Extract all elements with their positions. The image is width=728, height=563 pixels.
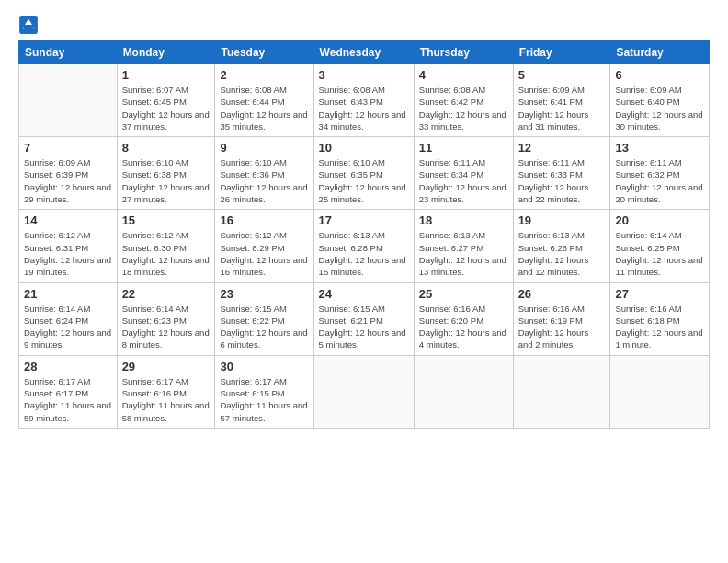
- calendar-cell: 5Sunrise: 6:09 AMSunset: 6:41 PMDaylight…: [513, 64, 610, 137]
- day-number: 25: [419, 287, 508, 301]
- calendar-cell: 8Sunrise: 6:10 AMSunset: 6:38 PMDaylight…: [117, 137, 215, 210]
- calendar-cell: 30Sunrise: 6:17 AMSunset: 6:15 PMDayligh…: [215, 355, 313, 428]
- calendar-cell: [610, 355, 710, 428]
- calendar-cell: 10Sunrise: 6:10 AMSunset: 6:35 PMDayligh…: [313, 137, 414, 210]
- day-number: 11: [419, 141, 508, 155]
- day-number: 5: [518, 68, 606, 82]
- day-number: 16: [220, 213, 308, 227]
- weekday-header-sunday: Sunday: [19, 41, 118, 64]
- day-info: Sunrise: 6:14 AMSunset: 6:23 PMDaylight:…: [122, 303, 210, 351]
- calendar-cell: 26Sunrise: 6:16 AMSunset: 6:19 PMDayligh…: [513, 282, 610, 355]
- svg-rect-2: [24, 25, 34, 29]
- day-info: Sunrise: 6:08 AMSunset: 6:44 PMDaylight:…: [220, 84, 308, 132]
- day-number: 15: [122, 213, 210, 227]
- day-number: 3: [319, 68, 409, 82]
- calendar-cell: [513, 355, 610, 428]
- day-number: 22: [122, 287, 210, 301]
- day-info: Sunrise: 6:09 AMSunset: 6:41 PMDaylight:…: [518, 84, 606, 132]
- day-info: Sunrise: 6:17 AMSunset: 6:15 PMDaylight:…: [220, 375, 308, 424]
- day-info: Sunrise: 6:14 AMSunset: 6:24 PMDaylight:…: [24, 303, 112, 351]
- day-info: Sunrise: 6:11 AMSunset: 6:32 PMDaylight:…: [615, 156, 704, 205]
- day-info: Sunrise: 6:17 AMSunset: 6:16 PMDaylight:…: [122, 375, 210, 424]
- calendar-cell: 12Sunrise: 6:11 AMSunset: 6:33 PMDayligh…: [513, 137, 610, 210]
- day-info: Sunrise: 6:14 AMSunset: 6:25 PMDaylight:…: [615, 229, 704, 278]
- day-number: 1: [122, 68, 210, 82]
- weekday-header-wednesday: Wednesday: [313, 41, 414, 64]
- day-number: 30: [220, 360, 308, 373]
- day-info: Sunrise: 6:15 AMSunset: 6:22 PMDaylight:…: [220, 303, 308, 351]
- day-number: 2: [220, 68, 308, 82]
- calendar-cell: 6Sunrise: 6:09 AMSunset: 6:40 PMDaylight…: [610, 64, 710, 137]
- day-number: 4: [419, 68, 508, 82]
- calendar-cell: 17Sunrise: 6:13 AMSunset: 6:28 PMDayligh…: [313, 210, 414, 282]
- calendar-cell: 3Sunrise: 6:08 AMSunset: 6:43 PMDaylight…: [313, 64, 414, 137]
- day-info: Sunrise: 6:08 AMSunset: 6:42 PMDaylight:…: [419, 84, 508, 132]
- calendar-cell: 22Sunrise: 6:14 AMSunset: 6:23 PMDayligh…: [117, 282, 215, 355]
- calendar-cell: 27Sunrise: 6:16 AMSunset: 6:18 PMDayligh…: [610, 282, 710, 355]
- day-info: Sunrise: 6:12 AMSunset: 6:29 PMDaylight:…: [220, 229, 308, 278]
- day-info: Sunrise: 6:11 AMSunset: 6:33 PMDaylight:…: [518, 156, 606, 205]
- calendar-cell: 4Sunrise: 6:08 AMSunset: 6:42 PMDaylight…: [414, 64, 513, 137]
- calendar-cell: 11Sunrise: 6:11 AMSunset: 6:34 PMDayligh…: [414, 137, 513, 210]
- calendar-cell: 25Sunrise: 6:16 AMSunset: 6:20 PMDayligh…: [414, 282, 513, 355]
- calendar-cell: 29Sunrise: 6:17 AMSunset: 6:16 PMDayligh…: [117, 355, 215, 428]
- day-number: 18: [419, 213, 508, 227]
- weekday-header-thursday: Thursday: [414, 41, 513, 64]
- weekday-header-friday: Friday: [513, 41, 610, 64]
- day-number: 20: [615, 213, 704, 227]
- day-number: 17: [319, 213, 409, 227]
- day-number: 21: [24, 287, 112, 301]
- day-info: Sunrise: 6:08 AMSunset: 6:43 PMDaylight:…: [319, 84, 409, 132]
- logo-icon: [18, 15, 39, 35]
- day-info: Sunrise: 6:12 AMSunset: 6:30 PMDaylight:…: [122, 229, 210, 278]
- day-info: Sunrise: 6:10 AMSunset: 6:35 PMDaylight:…: [319, 156, 409, 205]
- day-number: 9: [220, 141, 308, 155]
- day-number: 28: [24, 360, 112, 373]
- weekday-header-tuesday: Tuesday: [215, 41, 313, 64]
- day-info: Sunrise: 6:13 AMSunset: 6:26 PMDaylight:…: [518, 229, 606, 278]
- day-number: 10: [319, 141, 409, 155]
- day-info: Sunrise: 6:09 AMSunset: 6:39 PMDaylight:…: [24, 156, 112, 205]
- day-info: Sunrise: 6:13 AMSunset: 6:27 PMDaylight:…: [419, 229, 508, 278]
- day-number: 8: [122, 141, 210, 155]
- weekday-header-monday: Monday: [117, 41, 215, 64]
- day-info: Sunrise: 6:13 AMSunset: 6:28 PMDaylight:…: [319, 229, 409, 278]
- calendar-cell: 21Sunrise: 6:14 AMSunset: 6:24 PMDayligh…: [19, 282, 118, 355]
- day-number: 29: [122, 360, 210, 373]
- calendar-cell: 23Sunrise: 6:15 AMSunset: 6:22 PMDayligh…: [215, 282, 313, 355]
- day-number: 19: [518, 213, 606, 227]
- calendar-cell: 14Sunrise: 6:12 AMSunset: 6:31 PMDayligh…: [19, 210, 118, 282]
- day-info: Sunrise: 6:17 AMSunset: 6:17 PMDaylight:…: [24, 375, 112, 424]
- calendar-cell: 19Sunrise: 6:13 AMSunset: 6:26 PMDayligh…: [513, 210, 610, 282]
- day-info: Sunrise: 6:10 AMSunset: 6:36 PMDaylight:…: [220, 156, 308, 205]
- calendar-cell: [313, 355, 414, 428]
- day-info: Sunrise: 6:12 AMSunset: 6:31 PMDaylight:…: [24, 229, 112, 278]
- calendar-cell: 20Sunrise: 6:14 AMSunset: 6:25 PMDayligh…: [610, 210, 710, 282]
- calendar: SundayMondayTuesdayWednesdayThursdayFrid…: [18, 40, 710, 429]
- calendar-cell: [414, 355, 513, 428]
- calendar-cell: 2Sunrise: 6:08 AMSunset: 6:44 PMDaylight…: [215, 64, 313, 137]
- day-info: Sunrise: 6:16 AMSunset: 6:19 PMDaylight:…: [518, 303, 606, 351]
- calendar-cell: 24Sunrise: 6:15 AMSunset: 6:21 PMDayligh…: [313, 282, 414, 355]
- calendar-cell: [19, 64, 118, 137]
- calendar-cell: 9Sunrise: 6:10 AMSunset: 6:36 PMDaylight…: [215, 137, 313, 210]
- day-info: Sunrise: 6:16 AMSunset: 6:18 PMDaylight:…: [615, 303, 704, 351]
- day-number: 23: [220, 287, 308, 301]
- day-number: 27: [615, 287, 704, 301]
- day-number: 13: [615, 141, 704, 155]
- day-number: 6: [615, 68, 704, 82]
- day-info: Sunrise: 6:15 AMSunset: 6:21 PMDaylight:…: [319, 303, 409, 351]
- day-info: Sunrise: 6:16 AMSunset: 6:20 PMDaylight:…: [419, 303, 508, 351]
- day-info: Sunrise: 6:11 AMSunset: 6:34 PMDaylight:…: [419, 156, 508, 205]
- day-number: 7: [24, 141, 112, 155]
- day-number: 14: [24, 213, 112, 227]
- day-info: Sunrise: 6:10 AMSunset: 6:38 PMDaylight:…: [122, 156, 210, 205]
- calendar-cell: 15Sunrise: 6:12 AMSunset: 6:30 PMDayligh…: [117, 210, 215, 282]
- day-number: 12: [518, 141, 606, 155]
- calendar-cell: 28Sunrise: 6:17 AMSunset: 6:17 PMDayligh…: [19, 355, 118, 428]
- calendar-cell: 16Sunrise: 6:12 AMSunset: 6:29 PMDayligh…: [215, 210, 313, 282]
- calendar-cell: 1Sunrise: 6:07 AMSunset: 6:45 PMDaylight…: [117, 64, 215, 137]
- day-info: Sunrise: 6:09 AMSunset: 6:40 PMDaylight:…: [615, 84, 704, 132]
- day-number: 24: [319, 287, 409, 301]
- weekday-header-saturday: Saturday: [610, 41, 710, 64]
